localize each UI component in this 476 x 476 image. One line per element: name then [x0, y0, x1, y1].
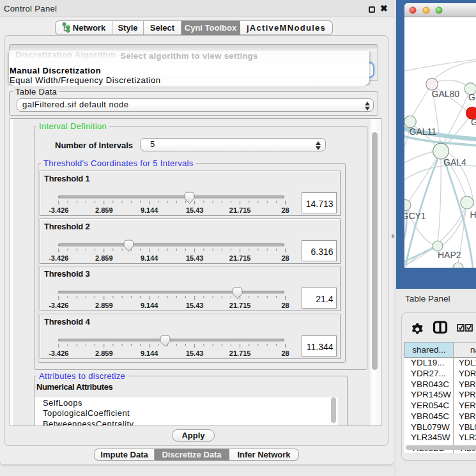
svg-text:H: H [470, 210, 476, 220]
svg-text:GAL4: GAL4 [443, 157, 466, 167]
svg-text:GAL80: GAL80 [432, 89, 460, 99]
svg-text:G..: G.. [468, 92, 476, 102]
svg-text:HAP2: HAP2 [438, 250, 461, 260]
svg-text:GCY1: GCY1 [404, 211, 426, 221]
svg-text:G: G [471, 117, 476, 127]
svg-text:GAL11: GAL11 [410, 127, 437, 137]
